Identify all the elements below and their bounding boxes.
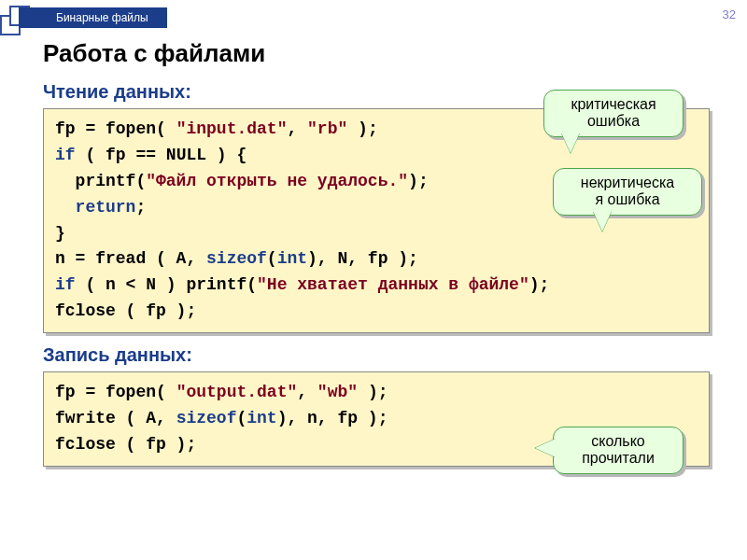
code-text xyxy=(55,198,76,217)
code-string: "input.dat" xyxy=(176,119,288,138)
code-type: int xyxy=(247,409,276,427)
section-heading-write: Запись данных: xyxy=(43,344,710,366)
code-text: printf( xyxy=(55,172,146,190)
code-text: } xyxy=(55,224,65,243)
code-text: ( n < N ) printf( xyxy=(76,275,257,294)
slide-section-tab: Бинарные файлы xyxy=(19,7,167,28)
code-text: ( xyxy=(267,249,277,268)
code-keyword: return xyxy=(76,198,136,217)
code-text: fp = fopen( xyxy=(55,383,176,401)
callout-how-many-read: сколько прочитали xyxy=(553,427,684,474)
slide-header: Бинарные файлы 32 xyxy=(0,0,747,30)
code-text: ( fp == NULL ) { xyxy=(76,146,247,164)
code-type: int xyxy=(277,249,307,268)
code-keyword: sizeof xyxy=(206,249,267,268)
code-text: ( xyxy=(236,409,247,427)
code-string: "output.dat" xyxy=(176,383,298,401)
code-block-write: fp = fopen( "output.dat", "wb" ); fwrite… xyxy=(43,371,710,467)
code-text: , xyxy=(287,119,307,138)
code-text: fclose ( fp ); xyxy=(55,301,196,320)
code-text: ), N, fp ); xyxy=(307,249,418,268)
code-text: n = fread ( A, xyxy=(55,249,206,268)
callout-text: критическая ошибка xyxy=(571,96,655,129)
code-text: ); xyxy=(358,383,388,401)
code-text: ), n, fp ); xyxy=(277,409,388,427)
code-string: "rb" xyxy=(307,119,347,138)
code-text: fclose ( fp ); xyxy=(55,435,196,454)
code-keyword: if xyxy=(55,146,76,164)
code-keyword: sizeof xyxy=(176,409,237,427)
code-string: "Не хватает данных в файле" xyxy=(257,275,529,294)
callout-text: некритическа я ошибка xyxy=(581,175,674,207)
slide-content: Работа с файлами Чтение данных: fp = fop… xyxy=(0,30,747,487)
code-text: fwrite ( A, xyxy=(55,409,176,427)
page-title: Работа с файлами xyxy=(43,39,710,68)
page-number: 32 xyxy=(723,7,736,21)
callout-critical-error: критическая ошибка xyxy=(543,90,684,137)
code-keyword: if xyxy=(55,275,76,294)
code-text: ; xyxy=(135,198,146,217)
callout-noncritical-error: некритическа я ошибка xyxy=(553,168,702,216)
code-string: "Файл открыть не удалось." xyxy=(146,172,408,190)
code-text: fp = fopen( xyxy=(55,119,176,138)
code-text: ); xyxy=(347,119,377,138)
code-text: , xyxy=(297,383,317,401)
code-text: ); xyxy=(529,275,550,294)
callout-text: сколько прочитали xyxy=(582,433,655,466)
code-string: "wb" xyxy=(317,383,358,401)
code-text: ); xyxy=(408,172,429,190)
code-block-read: fp = fopen( "input.dat", "rb" ); if ( fp… xyxy=(43,108,710,333)
